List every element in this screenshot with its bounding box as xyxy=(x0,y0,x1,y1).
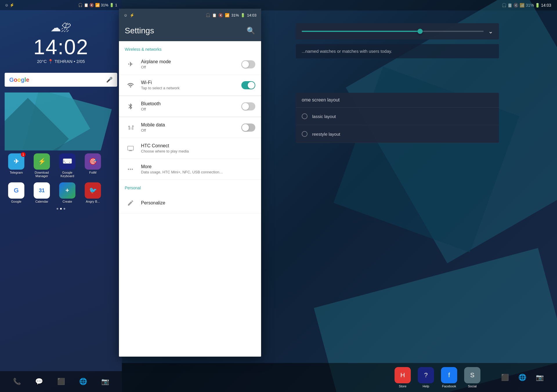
social-icon: S xyxy=(464,367,480,383)
telegram-icon: ✈ 1 xyxy=(8,153,24,170)
svg-rect-1 xyxy=(129,150,132,151)
nav-apps-icon[interactable]: ⬛ xyxy=(55,376,67,387)
slider-track[interactable] xyxy=(302,31,484,32)
telegram-label: Telegram xyxy=(10,171,23,174)
settings-item-bluetooth[interactable]: Bluetooth Off xyxy=(119,96,261,117)
right-info-text: ...named watches or matches with users t… xyxy=(296,44,499,58)
nav-camera-icon[interactable]: 📷 xyxy=(99,376,111,387)
help-app-icon: ? xyxy=(418,367,434,383)
status-battery-icon: 🔋 xyxy=(240,13,245,17)
nav-phone-icon[interactable]: 📞 xyxy=(11,376,23,387)
more-subtitle: Data usage, HTC Mini+, NFC, USB connecti… xyxy=(141,170,255,174)
app-create[interactable]: + Create xyxy=(56,182,79,203)
more-text: More Data usage, HTC Mini+, NFC, USB con… xyxy=(141,164,255,174)
app-calendar[interactable]: 31 Calendar xyxy=(30,182,53,203)
status-signal-icon: 📶 xyxy=(225,13,229,17)
personalize-icon xyxy=(125,199,136,206)
bluetooth-title: Bluetooth xyxy=(141,101,241,106)
settings-item-mobile-data[interactable]: Mobile data Off xyxy=(119,117,261,138)
settings-item-personalize[interactable]: Personalize xyxy=(119,193,261,213)
left-phone-background: ☺ ⚡ 🎧 📋 🔇 📶 31% 🔋 1 ☁⛈ 14:02 20°C 📍 TEHR… xyxy=(0,0,122,392)
right-nav-apps[interactable]: ⬛ xyxy=(499,372,511,383)
settings-item-more[interactable]: ••• More Data usage, HTC Mini+, NFC, USB… xyxy=(119,159,261,180)
facebook-icon: f xyxy=(441,367,457,383)
nav-chrome-icon[interactable]: 🌐 xyxy=(77,376,89,387)
create-label: Create xyxy=(62,200,72,203)
right-panel-content: ⌄ ...named watches or matches with users… xyxy=(296,23,499,62)
settings-panel: ☺ ⚡ 🎧 📋 🔇 📶 31% 🔋 14:03 Settings 🔍 Wirel… xyxy=(119,9,261,357)
settings-search-button[interactable]: 🔍 xyxy=(247,27,255,35)
bluetooth-text: Bluetooth Off xyxy=(141,101,241,111)
htc-connect-icon xyxy=(125,146,136,151)
app-facebook-item[interactable]: f Facebook xyxy=(441,367,457,388)
mobile-data-subtitle: Off xyxy=(141,128,241,133)
settings-item-airplane[interactable]: ✈ Airplane mode Off xyxy=(119,54,261,75)
section-header-wireless: Wireless & networks xyxy=(119,41,261,54)
wifi-text: Wi-Fi Tap to select a network xyxy=(141,80,241,90)
right-nav-camera[interactable]: 📷 xyxy=(534,372,545,383)
bluetooth-toggle[interactable] xyxy=(241,102,255,110)
svg-rect-2 xyxy=(129,151,132,151)
airplane-mode-text: Airplane mode Off xyxy=(141,59,241,69)
left-status-icons-left: ☺ ⚡ xyxy=(5,3,14,7)
app-fotm[interactable]: 🎯 FotM xyxy=(81,153,104,178)
radio-freestyle xyxy=(302,131,308,137)
nav-messages-icon[interactable]: 💬 xyxy=(33,376,45,387)
angry-birds-label: Angry B... xyxy=(86,200,100,203)
layout-option-freestyle[interactable]: reestyle layout xyxy=(296,125,499,143)
airplane-toggle-thumb xyxy=(242,61,249,68)
create-icon: + xyxy=(59,182,75,199)
app-telegram[interactable]: ✈ 1 Telegram xyxy=(5,153,28,178)
airplane-mode-toggle[interactable] xyxy=(241,60,255,68)
app-download-manager[interactable]: ⚡ Download Manager xyxy=(30,153,53,178)
wifi-subtitle: Tap to select a network xyxy=(141,86,241,90)
download-manager-icon: ⚡ xyxy=(34,153,50,170)
clock-time: 14:02 xyxy=(0,35,122,59)
left-geo-decoration xyxy=(5,92,117,150)
wifi-icon xyxy=(125,82,136,89)
settings-item-wifi[interactable]: Wi-Fi Tap to select a network xyxy=(119,75,261,96)
app-store-item[interactable]: H Store xyxy=(395,367,411,388)
app-help-item[interactable]: ? Help xyxy=(418,367,434,388)
app-angry-birds[interactable]: 🐦 Angry B... xyxy=(81,182,104,203)
section-header-personal: Personal xyxy=(119,180,261,193)
calendar-label: Calendar xyxy=(35,200,48,203)
wifi-toggle[interactable] xyxy=(241,81,255,89)
facebook-label: Facebook xyxy=(442,384,456,388)
social-label: Social xyxy=(468,384,477,388)
bottom-nav-bar: 📞 💬 ⬛ 🌐 📷 xyxy=(0,371,122,392)
airplane-mode-title: Airplane mode xyxy=(141,59,241,64)
mobile-data-icon xyxy=(125,124,136,131)
clock-date: 20°C 📍 TEHRAN • 2/05 xyxy=(0,59,122,64)
app-grid-row1: ✈ 1 Telegram ⚡ Download Manager ⌨ Google… xyxy=(0,153,122,178)
layout-option-classic[interactable]: lassic layout xyxy=(296,108,499,125)
right-nav-chrome[interactable]: 🌐 xyxy=(516,372,528,383)
nav-dot-1 xyxy=(57,208,58,210)
left-clock: ☁⛈ 14:02 20°C 📍 TEHRAN • 2/05 xyxy=(0,10,122,67)
app-google-keyboard[interactable]: ⌨ Google Keyboard xyxy=(56,153,79,178)
classic-layout-label: lassic layout xyxy=(312,114,336,119)
settings-header: Settings 🔍 xyxy=(119,21,261,41)
htc-store-label: Store xyxy=(399,384,406,388)
status-rotate-icon: 📋 xyxy=(212,13,217,17)
layout-header: ome screen layout xyxy=(296,93,499,108)
status-right-icons: 🎧 📋 🔇 📶 31% 🔋 14:03 xyxy=(206,13,256,17)
angry-birds-icon: 🐦 xyxy=(85,182,101,199)
htc-connect-subtitle: Choose where to play media xyxy=(141,149,255,153)
left-search-bar[interactable]: Google 🎤 xyxy=(5,73,117,87)
app-social-item[interactable]: S Social xyxy=(464,367,480,388)
app-grid-row2: G Google 31 Calendar + Create 🐦 Angry B.… xyxy=(0,182,122,203)
personalize-title: Personalize xyxy=(141,200,255,206)
settings-item-htc-connect[interactable]: HTC Connect Choose where to play media xyxy=(119,138,261,159)
bluetooth-icon xyxy=(125,103,136,110)
mobile-data-toggle[interactable] xyxy=(241,124,255,132)
mobile-data-toggle-thumb xyxy=(242,124,249,131)
google-logo: Google xyxy=(9,77,29,83)
fotm-label: FotM xyxy=(89,171,96,174)
settings-body: Wireless & networks ✈ Airplane mode Off … xyxy=(119,41,261,213)
left-status-icons-right: 🎧 📋 🔇 📶 31% 🔋 1 xyxy=(78,3,117,7)
download-manager-label: Download Manager xyxy=(30,171,53,178)
settings-title: Settings xyxy=(125,26,154,35)
google-keyboard-icon: ⌨ xyxy=(59,153,75,170)
app-google[interactable]: G Google xyxy=(5,182,28,203)
